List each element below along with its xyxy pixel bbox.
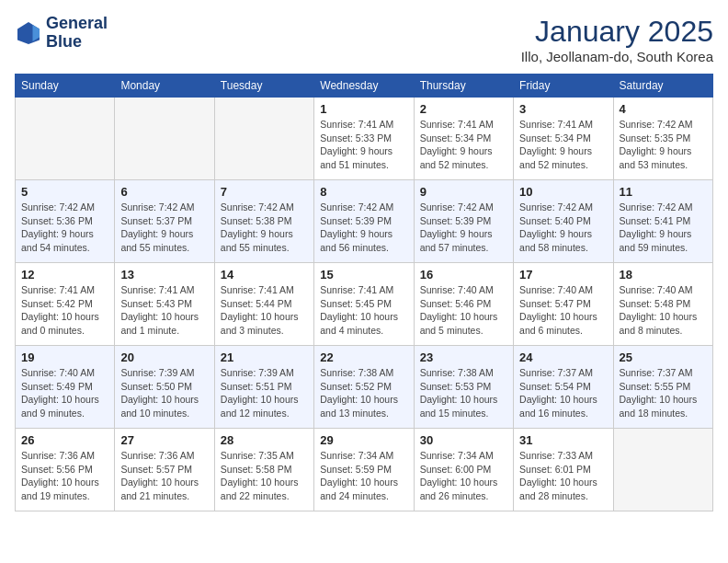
- calendar-cell: 18Sunrise: 7:40 AMSunset: 5:48 PMDayligh…: [613, 263, 712, 346]
- day-header-thursday: Thursday: [414, 75, 513, 98]
- calendar-cell: 15Sunrise: 7:41 AMSunset: 5:45 PMDayligh…: [314, 263, 414, 346]
- cell-content: Sunrise: 7:34 AMSunset: 6:00 PMDaylight:…: [420, 449, 507, 503]
- day-number: 13: [120, 268, 208, 282]
- cell-content: Sunrise: 7:40 AMSunset: 5:48 PMDaylight:…: [620, 283, 707, 338]
- day-number: 7: [221, 185, 308, 199]
- calendar-cell: 21Sunrise: 7:39 AMSunset: 5:51 PMDayligh…: [214, 346, 313, 429]
- calendar-cell: 1Sunrise: 7:41 AMSunset: 5:33 PMDaylight…: [314, 98, 414, 180]
- day-number: 23: [420, 350, 507, 364]
- day-header-sunday: Sunday: [16, 75, 115, 98]
- day-number: 3: [519, 102, 607, 116]
- calendar-week-row: 1Sunrise: 7:41 AMSunset: 5:33 PMDaylight…: [16, 98, 713, 180]
- day-header-wednesday: Wednesday: [314, 75, 414, 98]
- calendar-cell: 22Sunrise: 7:38 AMSunset: 5:52 PMDayligh…: [314, 346, 414, 429]
- cell-content: Sunrise: 7:41 AMSunset: 5:44 PMDaylight:…: [221, 283, 308, 338]
- day-number: 11: [620, 185, 707, 199]
- calendar-cell: 19Sunrise: 7:40 AMSunset: 5:49 PMDayligh…: [16, 346, 115, 429]
- day-number: 5: [21, 185, 108, 199]
- day-number: 18: [620, 268, 707, 282]
- cell-content: Sunrise: 7:38 AMSunset: 5:53 PMDaylight:…: [420, 366, 507, 420]
- day-number: 10: [519, 185, 607, 199]
- calendar-cell: 8Sunrise: 7:42 AMSunset: 5:39 PMDaylight…: [314, 180, 414, 263]
- day-number: 20: [120, 350, 208, 364]
- cell-content: Sunrise: 7:42 AMSunset: 5:39 PMDaylight:…: [420, 201, 507, 255]
- calendar-cell: 23Sunrise: 7:38 AMSunset: 5:53 PMDayligh…: [414, 346, 513, 429]
- day-number: 28: [221, 433, 308, 447]
- calendar-cell: 31Sunrise: 7:33 AMSunset: 6:01 PMDayligh…: [514, 429, 613, 511]
- calendar-week-row: 19Sunrise: 7:40 AMSunset: 5:49 PMDayligh…: [16, 346, 713, 429]
- day-number: 6: [120, 185, 208, 199]
- cell-content: Sunrise: 7:35 AMSunset: 5:58 PMDaylight:…: [221, 449, 308, 503]
- cell-content: Sunrise: 7:42 AMSunset: 5:40 PMDaylight:…: [519, 201, 607, 255]
- day-number: 8: [320, 185, 407, 199]
- cell-content: Sunrise: 7:40 AMSunset: 5:49 PMDaylight:…: [21, 366, 108, 420]
- cell-content: Sunrise: 7:41 AMSunset: 5:45 PMDaylight:…: [320, 283, 407, 338]
- day-header-monday: Monday: [115, 75, 214, 98]
- day-header-friday: Friday: [514, 75, 613, 98]
- calendar-cell: 11Sunrise: 7:42 AMSunset: 5:41 PMDayligh…: [613, 180, 712, 263]
- calendar-cell: 12Sunrise: 7:41 AMSunset: 5:42 PMDayligh…: [16, 263, 115, 346]
- calendar-cell: 26Sunrise: 7:36 AMSunset: 5:56 PMDayligh…: [16, 429, 115, 511]
- day-number: 21: [221, 350, 308, 364]
- calendar-cell: 10Sunrise: 7:42 AMSunset: 5:40 PMDayligh…: [514, 180, 613, 263]
- cell-content: Sunrise: 7:42 AMSunset: 5:35 PMDaylight:…: [620, 118, 707, 172]
- day-number: 31: [519, 433, 607, 447]
- cell-content: Sunrise: 7:33 AMSunset: 6:01 PMDaylight:…: [519, 449, 607, 503]
- calendar-cell: [115, 98, 214, 180]
- logo-text: General Blue: [46, 15, 108, 52]
- day-number: 1: [320, 102, 407, 116]
- calendar-week-row: 12Sunrise: 7:41 AMSunset: 5:42 PMDayligh…: [16, 263, 713, 346]
- cell-content: Sunrise: 7:42 AMSunset: 5:41 PMDaylight:…: [620, 201, 707, 255]
- calendar-cell: 7Sunrise: 7:42 AMSunset: 5:38 PMDaylight…: [214, 180, 313, 263]
- calendar-cell: 14Sunrise: 7:41 AMSunset: 5:44 PMDayligh…: [214, 263, 313, 346]
- calendar-cell: 20Sunrise: 7:39 AMSunset: 5:50 PMDayligh…: [115, 346, 214, 429]
- day-number: 2: [420, 102, 507, 116]
- cell-content: Sunrise: 7:37 AMSunset: 5:54 PMDaylight:…: [519, 366, 607, 420]
- cell-content: Sunrise: 7:36 AMSunset: 5:56 PMDaylight:…: [21, 449, 108, 503]
- calendar-cell: [16, 98, 115, 180]
- calendar-cell: [214, 98, 313, 180]
- cell-content: Sunrise: 7:42 AMSunset: 5:39 PMDaylight:…: [320, 201, 407, 255]
- cell-content: Sunrise: 7:41 AMSunset: 5:42 PMDaylight:…: [21, 283, 108, 338]
- cell-content: Sunrise: 7:41 AMSunset: 5:34 PMDaylight:…: [519, 118, 607, 172]
- cell-content: Sunrise: 7:42 AMSunset: 5:38 PMDaylight:…: [221, 201, 308, 255]
- day-number: 17: [519, 268, 607, 282]
- cell-content: Sunrise: 7:42 AMSunset: 5:37 PMDaylight:…: [120, 201, 208, 255]
- cell-content: Sunrise: 7:41 AMSunset: 5:33 PMDaylight:…: [320, 118, 407, 172]
- calendar-week-row: 5Sunrise: 7:42 AMSunset: 5:36 PMDaylight…: [16, 180, 713, 263]
- calendar-cell: 4Sunrise: 7:42 AMSunset: 5:35 PMDaylight…: [613, 98, 712, 180]
- calendar-cell: 29Sunrise: 7:34 AMSunset: 5:59 PMDayligh…: [314, 429, 414, 511]
- day-number: 15: [320, 268, 407, 282]
- calendar-cell: 6Sunrise: 7:42 AMSunset: 5:37 PMDaylight…: [115, 180, 214, 263]
- calendar-cell: 16Sunrise: 7:40 AMSunset: 5:46 PMDayligh…: [414, 263, 513, 346]
- title-block: January 2025 Illo, Jeollanam-do, South K…: [521, 15, 713, 64]
- cell-content: Sunrise: 7:36 AMSunset: 5:57 PMDaylight:…: [120, 449, 208, 503]
- calendar-week-row: 26Sunrise: 7:36 AMSunset: 5:56 PMDayligh…: [16, 429, 713, 511]
- cell-content: Sunrise: 7:41 AMSunset: 5:43 PMDaylight:…: [120, 283, 208, 338]
- cell-content: Sunrise: 7:40 AMSunset: 5:46 PMDaylight:…: [420, 283, 507, 338]
- day-header-saturday: Saturday: [613, 75, 712, 98]
- day-number: 26: [21, 433, 108, 447]
- day-number: 27: [120, 433, 208, 447]
- calendar-table: SundayMondayTuesdayWednesdayThursdayFrid…: [15, 74, 713, 511]
- cell-content: Sunrise: 7:37 AMSunset: 5:55 PMDaylight:…: [620, 366, 707, 420]
- calendar-cell: 2Sunrise: 7:41 AMSunset: 5:34 PMDaylight…: [414, 98, 513, 180]
- calendar-cell: 9Sunrise: 7:42 AMSunset: 5:39 PMDaylight…: [414, 180, 513, 263]
- calendar-cell: [613, 429, 712, 511]
- day-number: 25: [620, 350, 707, 364]
- calendar-cell: 17Sunrise: 7:40 AMSunset: 5:47 PMDayligh…: [514, 263, 613, 346]
- cell-content: Sunrise: 7:39 AMSunset: 5:51 PMDaylight:…: [221, 366, 308, 420]
- day-number: 22: [320, 350, 407, 364]
- cell-content: Sunrise: 7:42 AMSunset: 5:36 PMDaylight:…: [21, 201, 108, 255]
- day-number: 19: [21, 350, 108, 364]
- location-subtitle: Illo, Jeollanam-do, South Korea: [521, 49, 713, 64]
- day-number: 16: [420, 268, 507, 282]
- cell-content: Sunrise: 7:39 AMSunset: 5:50 PMDaylight:…: [120, 366, 208, 420]
- day-number: 12: [21, 268, 108, 282]
- day-number: 4: [620, 102, 707, 116]
- day-number: 9: [420, 185, 507, 199]
- day-number: 30: [420, 433, 507, 447]
- calendar-cell: 24Sunrise: 7:37 AMSunset: 5:54 PMDayligh…: [514, 346, 613, 429]
- calendar-cell: 27Sunrise: 7:36 AMSunset: 5:57 PMDayligh…: [115, 429, 214, 511]
- day-number: 24: [519, 350, 607, 364]
